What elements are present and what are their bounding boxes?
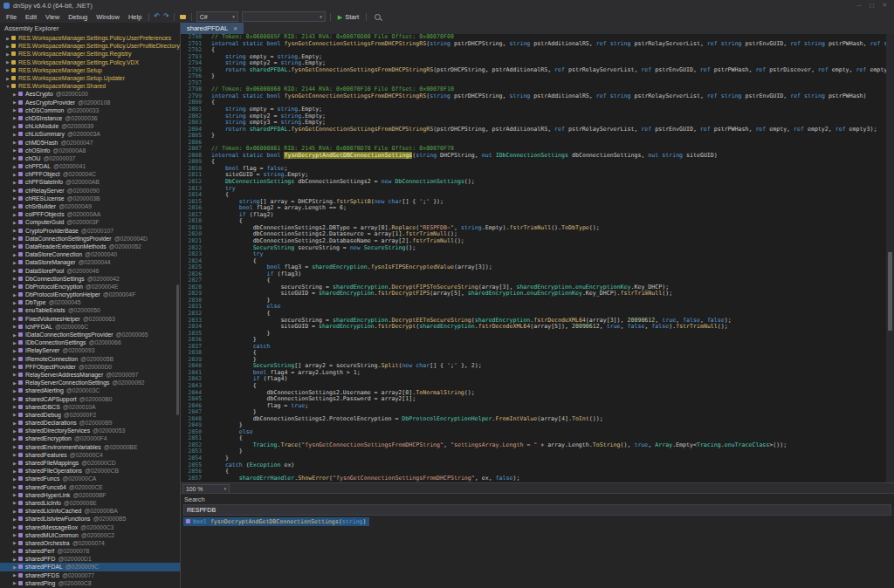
tree-type[interactable]: ▶IchPFDAL@0200006C — [0, 323, 180, 331]
menu-file[interactable]: File — [2, 13, 21, 21]
chevron-right-icon[interactable]: ▶ — [11, 461, 18, 466]
maximize-button[interactable]: ▢ — [869, 2, 874, 9]
chevron-right-icon[interactable]: ▶ — [11, 532, 18, 537]
chevron-right-icon[interactable]: ▶ — [11, 444, 18, 449]
code-line[interactable]: 2842 if (flag4) — [181, 376, 894, 383]
tree-type[interactable]: ▶AesCrypto@02000100 — [0, 90, 180, 98]
chevron-right-icon[interactable]: ▶ — [11, 292, 18, 297]
chevron-right-icon[interactable]: ▶ — [11, 404, 18, 409]
chevron-right-icon[interactable]: ▶ — [11, 396, 18, 401]
chevron-right-icon[interactable]: ▶ — [4, 36, 11, 41]
tree-type[interactable]: ▶sharedFuncs64@020000CE — [0, 483, 180, 491]
chevron-right-icon[interactable]: ▶ — [11, 236, 18, 241]
tab-close-icon[interactable]: ✕ — [233, 25, 237, 31]
chevron-right-icon[interactable]: ▶ — [11, 243, 18, 249]
chevron-right-icon[interactable]: ▶ — [11, 220, 18, 225]
code-line[interactable]: 2850 else — [181, 429, 894, 436]
search-input[interactable] — [183, 504, 891, 516]
chevron-down-icon[interactable]: ▼ — [4, 84, 11, 89]
menu-debug[interactable]: Debug — [64, 13, 92, 21]
tree-namespace[interactable]: ▶RES.WorkspaceManager.Setup — [0, 66, 180, 74]
tree-type[interactable]: ▶chLicModule@02000039 — [0, 122, 180, 130]
language-select[interactable]: C# ▾ — [196, 11, 238, 22]
code-line[interactable]: 2816 bool flag2 = array.Length == 6; — [181, 205, 894, 212]
tree-type[interactable]: ▶DataConnectionSettingsProvider@0200004D — [0, 235, 180, 243]
search-results[interactable]: bool fysnDecryptAndGetDBConnectionSettin… — [181, 516, 894, 526]
chevron-right-icon[interactable]: ▶ — [11, 372, 18, 377]
chevron-right-icon[interactable]: ▶ — [11, 99, 18, 105]
tree-namespace[interactable]: ▶RES.WorkspaceManager.Settings.Policy.Us… — [0, 42, 180, 50]
chevron-right-icon[interactable]: ▶ — [11, 180, 18, 185]
chevron-right-icon[interactable]: ▶ — [11, 348, 18, 353]
tree-type[interactable]: ▶chOSInfo@020000A8 — [0, 147, 180, 154]
code-editor[interactable]: 2790// Token: 0x0600085F RID: 2143 RVA: … — [181, 34, 894, 482]
chevron-right-icon[interactable]: ▶ — [11, 476, 18, 482]
tree-type[interactable]: ▶sharedEnvironmentVariables@020000BE — [0, 443, 180, 451]
tree-type[interactable]: ▶sharedPing@020000C8 — [0, 579, 180, 587]
chevron-right-icon[interactable]: ▶ — [11, 300, 18, 305]
tree-type[interactable]: ▶chRelayServer@02000090 — [0, 187, 180, 195]
chevron-right-icon[interactable]: ▶ — [4, 51, 11, 57]
tree-type[interactable]: ▶chDSCommon@02000033 — [0, 106, 180, 114]
tree-type[interactable]: ▶sharedAlerting@0200003C — [0, 386, 180, 394]
tree-type[interactable]: ▶DataStoreConnection@02000040 — [0, 250, 180, 258]
chevron-right-icon[interactable]: ▶ — [4, 59, 11, 65]
chevron-right-icon[interactable]: ▶ — [11, 140, 18, 145]
tree-type[interactable]: ▶IDataConnectionSettingsProvider@0200006… — [0, 331, 180, 338]
tree-type[interactable]: ▶ComputerGuid@0200003F — [0, 218, 180, 226]
tree-type[interactable]: ▶sharedFeatures@020000C4 — [0, 451, 180, 459]
tree-scrollbar-thumb[interactable] — [176, 284, 179, 415]
chevron-right-icon[interactable]: ▶ — [11, 308, 18, 313]
tree-type[interactable]: ▶FixedVolumesHelper@02000063 — [0, 315, 180, 323]
tree-type[interactable]: ▶sharedDeclarations@020000B9 — [0, 419, 180, 427]
tree-type[interactable]: ▶sharedFileOperations@020000CB — [0, 467, 180, 475]
chevron-right-icon[interactable]: ▶ — [11, 420, 18, 426]
chevron-right-icon[interactable]: ▶ — [11, 356, 18, 361]
tree-type[interactable]: ▶sharedPFD@020000D1 — [0, 555, 180, 563]
tree-type[interactable]: ▶sharedEncryption@020000F4 — [0, 434, 180, 442]
chevron-right-icon[interactable]: ▶ — [11, 115, 18, 120]
chevron-right-icon[interactable]: ▶ — [11, 380, 18, 386]
tree-type[interactable]: ▶DataReaderExtensionMethods@02000052 — [0, 243, 180, 250]
tree-type[interactable]: ▶sharedDirectoryServices@02000053 — [0, 427, 180, 434]
code-line[interactable]: 2838 { — [181, 350, 894, 357]
tree-type[interactable]: ▶sharedLicInfoCached@020000BA — [0, 507, 180, 515]
code-line[interactable]: 2795 return sharedPFDAL.fysnGetConnectio… — [181, 67, 894, 74]
tree-type[interactable]: ▶DataStoreManager@02000044 — [0, 258, 180, 266]
chevron-right-icon[interactable]: ▶ — [11, 436, 18, 441]
tree-type[interactable]: ▶sharedListviewFunctions@020000B5 — [0, 515, 180, 523]
chevron-right-icon[interactable]: ▶ — [11, 540, 18, 545]
tree-type[interactable]: ▶sharedCAPSupport@020000B0 — [0, 394, 180, 402]
code-line[interactable]: 2791internal static bool fysnGetConnecti… — [181, 41, 894, 48]
assembly-tree[interactable]: ▶RES.WorkspaceManager.Settings.Policy.Us… — [0, 34, 180, 588]
tree-type[interactable]: ▶sharedMUICommon@020000C2 — [0, 531, 180, 539]
tree-type[interactable]: ▶chSrBuilder@020000A9 — [0, 202, 180, 210]
code-line[interactable]: 2830 } — [181, 297, 894, 304]
tree-namespace[interactable]: ▶RES.WorkspaceManager.Setup.Updater — [0, 74, 180, 82]
tree-type[interactable]: ▶sharedLicInfo@0200006E — [0, 499, 180, 507]
tree-type[interactable]: ▶DataStorePool@02000046 — [0, 266, 180, 274]
start-button[interactable]: ▶ Start — [334, 13, 363, 21]
tree-type[interactable]: ▶AesCryptoProvider@02000108 — [0, 99, 180, 106]
tree-type[interactable]: ▶RelayServerAddressManager@02000097 — [0, 371, 180, 379]
code-area[interactable]: 2790// Token: 0x0600085F RID: 2143 RVA: … — [181, 34, 894, 482]
editor-scrollbar-thumb[interactable] — [888, 252, 892, 331]
tree-type[interactable]: ▶chDSInstance@02000036 — [0, 114, 180, 122]
chevron-right-icon[interactable]: ▶ — [11, 268, 18, 273]
code-line[interactable]: 2836 } — [181, 337, 894, 344]
menu-window[interactable]: Window — [92, 13, 124, 21]
chevron-right-icon[interactable]: ▶ — [11, 124, 18, 129]
chevron-right-icon[interactable]: ▶ — [11, 557, 18, 562]
chevron-right-icon[interactable]: ▶ — [11, 164, 18, 169]
tree-type[interactable]: ▶IRelayServer@02000093 — [0, 346, 180, 354]
chevron-right-icon[interactable]: ▶ — [11, 107, 18, 113]
chevron-right-icon[interactable]: ▶ — [11, 492, 18, 497]
close-button[interactable]: ✕ — [883, 2, 887, 9]
code-line[interactable]: 2849 } — [181, 422, 894, 429]
tree-type[interactable]: ▶chMD5Hash@02000047 — [0, 138, 180, 146]
tree-type[interactable]: ▶IDbConnectionSettings@02000066 — [0, 338, 180, 346]
chevron-right-icon[interactable]: ▶ — [11, 284, 18, 289]
chevron-right-icon[interactable]: ▶ — [11, 549, 18, 554]
chevron-right-icon[interactable]: ▶ — [11, 204, 18, 209]
tree-type[interactable]: ▶sharedMessageBox@020000C3 — [0, 523, 180, 530]
